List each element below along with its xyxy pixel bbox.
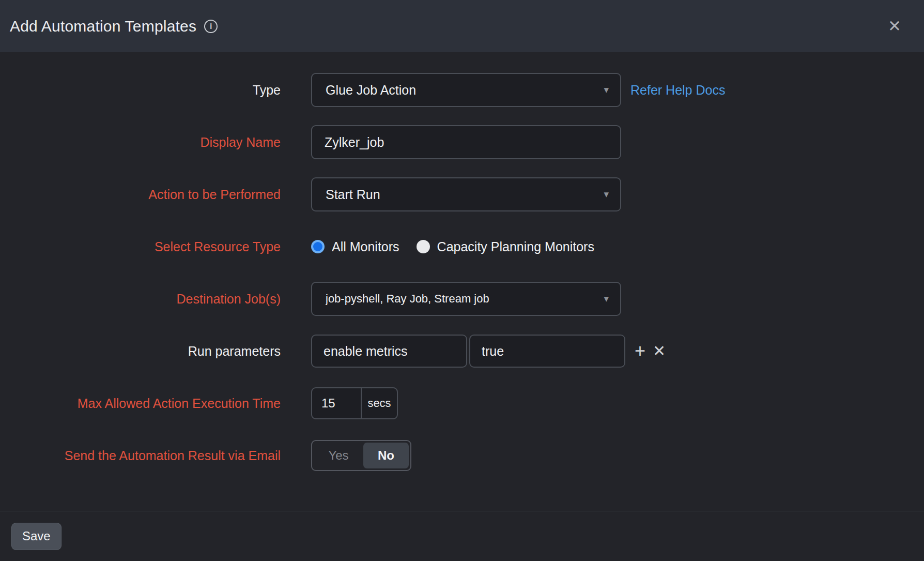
row-resource-type: Select Resource Type All Monitors Capaci… — [0, 230, 924, 264]
max-execution-time-label: Max Allowed Action Execution Time — [0, 396, 281, 411]
modal-title: Add Automation Templates — [10, 18, 196, 35]
run-param-key-input[interactable] — [311, 335, 467, 368]
row-type: Type Glue Job Action ▾ Refer Help Docs — [0, 73, 924, 107]
modal-footer: Save — [0, 511, 924, 561]
chevron-down-icon: ▾ — [604, 188, 609, 200]
type-select-value: Glue Job Action — [326, 83, 416, 98]
radio-all-monitors[interactable]: All Monitors — [311, 239, 399, 254]
destination-label: Destination Job(s) — [0, 291, 281, 307]
row-run-parameters: Run parameters + ✕ — [0, 334, 924, 368]
row-action: Action to be Performed Start Run ▾ — [0, 177, 924, 211]
save-button[interactable]: Save — [11, 523, 61, 550]
add-parameter-icon[interactable]: + — [635, 342, 645, 360]
chevron-down-icon: ▾ — [604, 84, 609, 96]
add-automation-templates-modal: Add Automation Templates i ✕ Type Glue J… — [0, 0, 924, 561]
radio-selected-icon[interactable] — [311, 240, 325, 253]
close-icon[interactable]: ✕ — [888, 18, 901, 34]
row-max-execution-time: Max Allowed Action Execution Time secs — [0, 386, 924, 420]
resource-type-label: Select Resource Type — [0, 239, 281, 254]
radio-all-monitors-label: All Monitors — [332, 239, 399, 254]
remove-parameter-icon[interactable]: ✕ — [653, 343, 666, 359]
row-email-result: Send the Automation Result via Email Yes… — [0, 438, 924, 473]
info-icon[interactable]: i — [204, 20, 218, 33]
toggle-yes-option[interactable]: Yes — [314, 448, 363, 463]
chevron-down-icon: ▾ — [604, 293, 609, 305]
email-result-toggle[interactable]: Yes No — [311, 440, 411, 471]
display-name-input[interactable] — [311, 125, 621, 159]
display-name-label: Display Name — [0, 134, 281, 150]
refer-help-docs-link[interactable]: Refer Help Docs — [630, 83, 725, 98]
max-execution-time-field: secs — [311, 387, 398, 419]
row-destination: Destination Job(s) job-pyshell, Ray Job,… — [0, 282, 924, 316]
action-select[interactable]: Start Run ▾ — [311, 177, 621, 211]
run-param-value-input[interactable] — [469, 335, 625, 368]
radio-capacity-planning-monitors[interactable]: Capacity Planning Monitors — [417, 239, 594, 254]
run-parameters-label: Run parameters — [0, 343, 281, 359]
radio-capacity-planning-monitors-label: Capacity Planning Monitors — [437, 239, 594, 254]
modal-header: Add Automation Templates i ✕ — [0, 0, 924, 52]
row-display-name: Display Name — [0, 125, 924, 159]
action-label: Action to be Performed — [0, 187, 281, 202]
radio-unselected-icon[interactable] — [417, 240, 430, 253]
destination-select-value: job-pyshell, Ray Job, Stream job — [326, 292, 489, 306]
email-result-label: Send the Automation Result via Email — [0, 448, 281, 463]
toggle-no-option[interactable]: No — [363, 443, 409, 468]
modal-body: Type Glue Job Action ▾ Refer Help Docs D… — [0, 52, 924, 511]
action-select-value: Start Run — [326, 187, 380, 202]
max-execution-time-unit: secs — [362, 388, 397, 418]
type-select[interactable]: Glue Job Action ▾ — [311, 73, 621, 107]
resource-type-radio-group: All Monitors Capacity Planning Monitors — [311, 239, 594, 254]
destination-select[interactable]: job-pyshell, Ray Job, Stream job ▾ — [311, 282, 621, 316]
type-label: Type — [0, 82, 281, 98]
max-execution-time-input[interactable] — [312, 388, 361, 418]
